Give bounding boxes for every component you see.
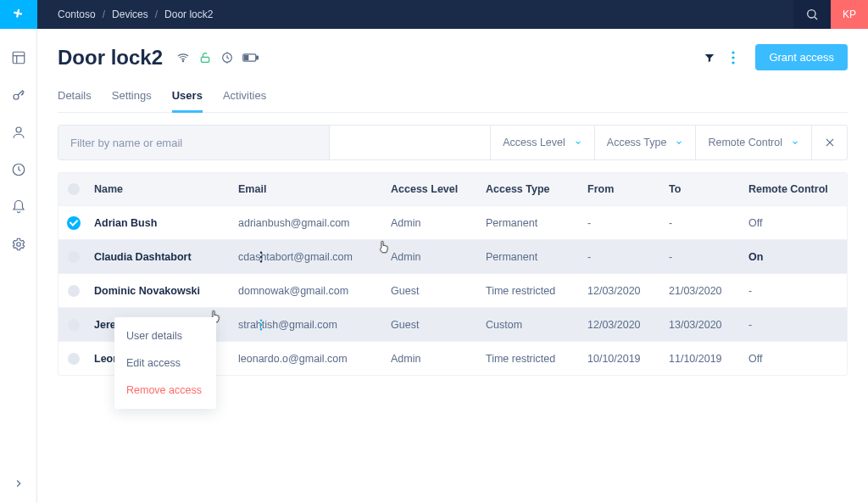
- filter-bar: Access Level Access Type Remote Control: [58, 125, 848, 160]
- user-avatar[interactable]: KP: [831, 0, 868, 29]
- cell-email: adrianbush@gmail.com: [233, 217, 386, 229]
- svg-rect-10: [201, 57, 209, 62]
- clear-filters-button[interactable]: [811, 126, 847, 159]
- page-title: Door lock2: [58, 46, 163, 70]
- cell-level: Admin: [386, 353, 481, 365]
- breadcrumb-root[interactable]: Contoso: [58, 8, 96, 20]
- svg-point-25: [260, 328, 262, 330]
- cell-type: Permanent: [481, 251, 582, 263]
- cell-from: 12/03/2020: [582, 285, 664, 297]
- menu-remove-access[interactable]: Remove access: [114, 377, 216, 404]
- breadcrumb-sep: /: [155, 8, 158, 20]
- tab-activities[interactable]: Activities: [223, 82, 266, 112]
- nav-activity-icon[interactable]: [10, 161, 27, 178]
- cell-rc: Off: [743, 353, 837, 365]
- svg-point-20: [260, 251, 262, 253]
- page-header: Door lock2 Grant access: [58, 44, 848, 70]
- menu-user-details[interactable]: User details: [114, 322, 216, 349]
- col-rc: Remote Control: [743, 183, 837, 195]
- row-more-button[interactable]: [252, 308, 270, 341]
- tab-users[interactable]: Users: [172, 82, 203, 113]
- cell-rc: -: [743, 319, 837, 331]
- menu-edit-access[interactable]: Edit access: [114, 349, 216, 377]
- svg-point-9: [182, 60, 183, 61]
- filter-label: Remote Control: [708, 137, 782, 148]
- nav-settings-icon[interactable]: [10, 236, 27, 253]
- filter-label: Access Type: [607, 137, 667, 148]
- sync-icon: [220, 51, 234, 64]
- select-all-checkbox[interactable]: [58, 183, 89, 195]
- main-content: Door lock2 Grant access Details Settings…: [37, 29, 868, 503]
- filter-icon[interactable]: [698, 46, 721, 70]
- col-email: Email: [233, 183, 386, 195]
- cell-to: 21/03/2020: [664, 285, 743, 297]
- col-level: Access Level: [386, 183, 481, 195]
- svg-point-17: [732, 61, 735, 64]
- tab-settings[interactable]: Settings: [112, 82, 152, 112]
- cell-rc: -: [743, 285, 837, 297]
- cell-type: Time restricted: [481, 353, 582, 365]
- cell-email: domnowak@gmail.com: [233, 285, 386, 297]
- cell-from: 12/03/2020: [582, 319, 664, 331]
- table-row[interactable]: Claudia Dashtabort cdashtabort@gmail.com…: [58, 239, 847, 273]
- row-more-button[interactable]: [252, 240, 270, 273]
- cell-type: Custom: [481, 319, 582, 331]
- row-checkbox[interactable]: [58, 216, 89, 230]
- svg-rect-13: [257, 56, 259, 59]
- filter-label: Access Level: [503, 137, 565, 148]
- cell-to: -: [664, 217, 743, 229]
- breadcrumb-devices[interactable]: Devices: [112, 8, 148, 20]
- cell-name: Claudia Dashtabort: [89, 251, 233, 263]
- app-logo[interactable]: [0, 0, 37, 29]
- row-checkbox[interactable]: [58, 285, 89, 297]
- svg-point-21: [260, 255, 262, 257]
- col-to: To: [664, 183, 743, 195]
- cell-rc: On: [743, 251, 837, 263]
- row-checkbox[interactable]: [58, 353, 89, 365]
- filter-remote-control[interactable]: Remote Control: [695, 126, 811, 159]
- grant-access-button[interactable]: Grant access: [755, 44, 848, 70]
- cell-email: leonardo.o@gmail.com: [233, 353, 386, 365]
- svg-point-15: [732, 51, 735, 53]
- table-row[interactable]: Dominic Novakowski domnowak@gmail.com Gu…: [58, 273, 847, 307]
- cell-from: 10/10/2019: [582, 353, 664, 365]
- cell-type: Time restricted: [481, 285, 582, 297]
- nav-users-icon[interactable]: [10, 124, 27, 141]
- cell-to: 13/03/2020: [664, 319, 743, 331]
- cell-level: Guest: [386, 285, 481, 297]
- table-header: Name Email Access Level Access Type From…: [58, 173, 847, 205]
- device-status-icons: [176, 51, 259, 64]
- col-from: From: [582, 183, 664, 195]
- more-menu-icon[interactable]: [721, 46, 745, 70]
- svg-point-3: [14, 94, 19, 99]
- svg-point-16: [732, 56, 735, 59]
- filter-access-type[interactable]: Access Type: [594, 126, 696, 159]
- nav-keys-icon[interactable]: [10, 87, 27, 103]
- battery-icon: [242, 51, 259, 64]
- row-checkbox[interactable]: [58, 251, 89, 263]
- col-type: Access Type: [481, 183, 582, 195]
- rail-expand-button[interactable]: [0, 478, 36, 489]
- row-checkbox[interactable]: [58, 319, 89, 331]
- chevron-down-icon: [675, 138, 683, 147]
- search-input[interactable]: [58, 126, 330, 159]
- tab-details[interactable]: Details: [58, 82, 92, 112]
- global-search-button[interactable]: [793, 0, 831, 29]
- svg-point-23: [260, 319, 262, 321]
- cell-level: Admin: [386, 217, 481, 229]
- svg-point-4: [16, 127, 21, 132]
- breadcrumb-current: Door lock2: [164, 8, 213, 20]
- cell-from: -: [582, 217, 664, 229]
- svg-rect-14: [245, 55, 248, 59]
- cell-rc: Off: [743, 217, 837, 229]
- cell-from: -: [582, 251, 664, 263]
- cell-type: Permanent: [481, 217, 582, 229]
- nav-notifications-icon[interactable]: [10, 198, 27, 215]
- left-nav-rail: [0, 0, 37, 503]
- nav-dashboard-icon[interactable]: [10, 49, 27, 66]
- table-row[interactable]: Adrian Bush adrianbush@gmail.com Admin P…: [58, 205, 847, 239]
- cell-level: Guest: [386, 319, 481, 331]
- chevron-down-icon: [791, 138, 799, 147]
- filter-access-level[interactable]: Access Level: [490, 126, 594, 159]
- cell-to: 11/10/2019: [664, 353, 743, 365]
